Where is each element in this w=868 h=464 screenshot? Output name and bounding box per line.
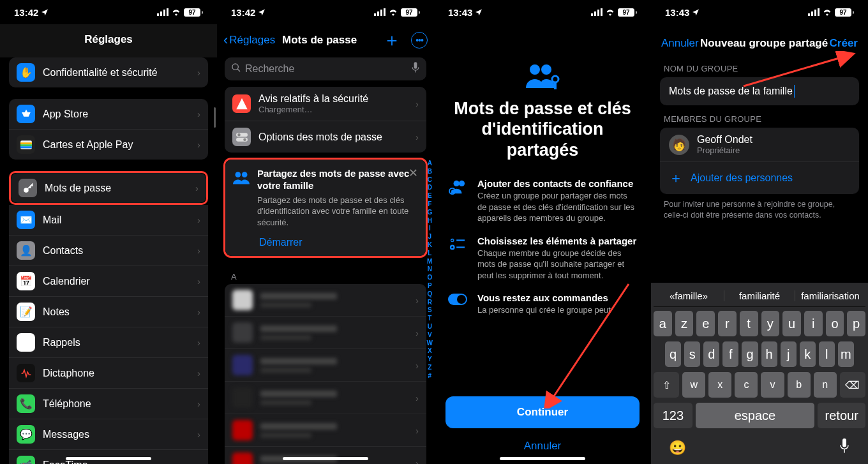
key-p[interactable]: p: [847, 311, 865, 336]
row-mail[interactable]: ✉️ Mail ›: [9, 205, 208, 236]
svg-rect-22: [594, 11, 596, 16]
scrollbar[interactable]: [214, 107, 216, 128]
key-o[interactable]: o: [826, 311, 844, 336]
add-people-button[interactable]: ＋ Ajouter des personnes: [660, 162, 859, 194]
search-input[interactable]: Recherche: [225, 57, 426, 80]
key-m[interactable]: m: [838, 341, 854, 367]
emoji-key[interactable]: 😀: [669, 440, 686, 456]
signal-icon: [591, 7, 602, 18]
key-c[interactable]: c: [735, 372, 758, 398]
home-indicator[interactable]: [283, 457, 368, 460]
create-button[interactable]: Créer: [830, 37, 858, 50]
signal-icon: [808, 7, 819, 18]
row-appstore[interactable]: App Store ›: [9, 99, 208, 130]
group-name-input[interactable]: Mots de passe de la famille: [660, 77, 859, 105]
keyboard-suggestions[interactable]: «famille» familiarité familiarisation: [654, 287, 865, 307]
row-messages[interactable]: 💬 Messages ›: [9, 419, 208, 450]
voicememo-icon: [17, 364, 35, 382]
search-icon: [231, 63, 241, 75]
key-a[interactable]: a: [654, 311, 672, 336]
key-u[interactable]: u: [782, 311, 801, 336]
people-key-icon: [447, 63, 638, 91]
home-indicator[interactable]: [500, 457, 585, 460]
add-button[interactable]: ＋: [383, 28, 401, 52]
row-password-options[interactable]: Options des mots de passe ›: [225, 121, 426, 153]
member-row[interactable]: 🧑 Geoff Ondet Propriétaire: [660, 128, 859, 162]
numbers-key[interactable]: 123: [654, 403, 692, 428]
key-f[interactable]: f: [722, 341, 738, 367]
row-security-notice[interactable]: Avis relatifs à la sécurité Chargement… …: [225, 87, 426, 121]
chevron-right-icon: ›: [197, 109, 200, 119]
key-r[interactable]: r: [718, 311, 737, 336]
key-z[interactable]: z: [675, 311, 694, 336]
key-q[interactable]: q: [665, 341, 681, 367]
key-g[interactable]: g: [742, 341, 758, 367]
svg-rect-21: [591, 13, 593, 16]
svg-point-33: [451, 246, 454, 250]
list-item[interactable]: ›: [225, 414, 426, 447]
promo-start-button[interactable]: Démarrer: [259, 237, 418, 248]
key-l[interactable]: l: [819, 341, 835, 367]
svg-rect-12: [384, 8, 385, 16]
backspace-key[interactable]: ⌫: [840, 372, 865, 398]
key-t[interactable]: t: [740, 311, 758, 336]
key-s[interactable]: s: [684, 341, 700, 367]
key-j[interactable]: j: [781, 341, 797, 367]
continue-button[interactable]: Continuer: [445, 396, 640, 428]
status-bar: 13:43 97: [651, 0, 868, 24]
row-reminders[interactable]: ⊙ Rappels ›: [9, 327, 208, 358]
suggestion[interactable]: familiarité: [724, 290, 795, 301]
list-item[interactable]: ›: [225, 447, 426, 464]
phone-passwords: 13:42 97 ‹ Réglages Mots de passe ＋ ••• …: [217, 0, 434, 464]
key-h[interactable]: h: [761, 341, 777, 367]
svg-point-18: [243, 138, 246, 141]
chevron-right-icon: ›: [197, 245, 200, 256]
list-item[interactable]: ›: [225, 382, 426, 414]
cancel-button[interactable]: Annuler: [434, 440, 651, 453]
row-contacts[interactable]: 👤 Contacts ›: [9, 236, 208, 266]
svg-rect-10: [377, 11, 379, 16]
row-phone[interactable]: 📞 Téléphone ›: [9, 389, 208, 419]
key-b[interactable]: b: [788, 372, 811, 398]
key-x[interactable]: x: [708, 372, 731, 398]
notes-icon: 📝: [17, 303, 35, 321]
row-calendar[interactable]: 📅 Calendrier ›: [9, 266, 208, 297]
row-passwords[interactable]: Mots de passe ›: [11, 173, 206, 203]
key-y[interactable]: y: [761, 311, 780, 336]
feature-in-control: Vous restez aux commandesLa personne qui…: [447, 292, 638, 316]
key-k[interactable]: k: [800, 341, 816, 367]
list-item[interactable]: ›: [225, 349, 426, 382]
key-w[interactable]: w: [682, 372, 705, 398]
suggestion[interactable]: familiarisation: [795, 290, 865, 301]
reminders-icon: ⊙: [17, 333, 35, 352]
return-key[interactable]: retour: [818, 403, 865, 428]
key-e[interactable]: e: [696, 311, 715, 336]
mic-icon[interactable]: [411, 62, 420, 76]
list-item[interactable]: ›: [225, 284, 426, 317]
alpha-index[interactable]: ABCDEFGHIJKLMNOPQRSTUVWXYZ#: [427, 160, 433, 380]
row-notes[interactable]: 📝 Notes ›: [9, 297, 208, 327]
key-n[interactable]: n: [814, 372, 837, 398]
cancel-button[interactable]: Annuler: [661, 37, 699, 50]
home-indicator[interactable]: [66, 457, 151, 460]
key-d[interactable]: d: [703, 341, 719, 367]
svg-rect-14: [414, 62, 417, 69]
more-button[interactable]: •••: [411, 32, 428, 49]
password-list: › › › › › ›: [225, 284, 426, 464]
wallet-icon: [17, 135, 35, 154]
shift-key[interactable]: ⇧: [654, 372, 679, 398]
dictation-key[interactable]: [839, 438, 850, 458]
space-key[interactable]: espace: [696, 403, 815, 428]
list-item[interactable]: ›: [225, 317, 426, 349]
key-v[interactable]: v: [761, 372, 784, 398]
keyboard[interactable]: «famille» familiarité familiarisation az…: [651, 283, 868, 464]
row-privacy[interactable]: ✋ Confidentialité et sécurité ›: [9, 57, 208, 87]
suggestion[interactable]: «famille»: [654, 290, 724, 301]
svg-rect-1: [160, 11, 162, 16]
row-wallet[interactable]: Cartes et Apple Pay ›: [9, 130, 208, 160]
row-voicememo[interactable]: Dictaphone ›: [9, 358, 208, 389]
close-icon[interactable]: ✕: [408, 166, 418, 180]
key-i[interactable]: i: [804, 311, 823, 336]
feature-choose-items: Choisissez les éléments à partagerChaque…: [447, 236, 638, 281]
contacts-icon: 👤: [17, 241, 35, 260]
